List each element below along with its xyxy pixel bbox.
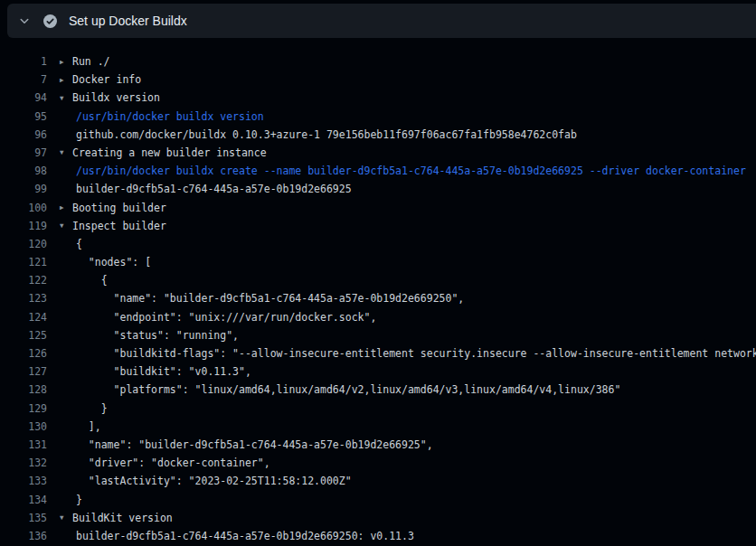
group-expand-icon[interactable]: ▶ (60, 199, 72, 217)
line-number[interactable]: 99 (0, 180, 47, 198)
log-output-text: "lastActivity": "2023-02-25T11:58:12.000… (76, 472, 352, 490)
group-collapse-icon[interactable]: ▼ (60, 89, 72, 108)
log-line: 123 "name": "builder-d9cfb5a1-c764-445a-… (0, 289, 756, 307)
log-line: 122 { (0, 271, 756, 289)
log-output-text: "name": "builder-d9cfb5a1-c764-445a-a57e… (76, 436, 433, 454)
log-output-text: "status": "running", (76, 326, 239, 344)
line-number[interactable]: 124 (0, 308, 47, 326)
check-circle-icon (43, 14, 57, 28)
log-line: 98/usr/bin/docker buildx create --name b… (0, 162, 756, 180)
group-title: BuildKit version (72, 512, 173, 524)
log-line: 132 "driver": "docker-container", (0, 454, 756, 472)
line-number[interactable]: 128 (0, 381, 47, 399)
log-line: 94▼Buildx version (0, 89, 756, 107)
log-line: 119▼Inspect builder (0, 217, 756, 235)
line-number[interactable]: 100 (0, 199, 47, 217)
line-number[interactable]: 1 (0, 52, 47, 71)
group-header[interactable]: ▶Docker info (60, 71, 141, 89)
line-number[interactable]: 134 (0, 491, 47, 509)
line-number[interactable]: 131 (0, 436, 47, 454)
line-number[interactable]: 94 (0, 89, 47, 107)
log-line: 7▶Docker info (0, 71, 756, 89)
log-output-text: "platforms": "linux/amd64,linux/amd64/v2… (76, 381, 620, 399)
group-expand-icon[interactable]: ▶ (60, 53, 72, 71)
line-number[interactable]: 123 (0, 289, 47, 307)
group-header[interactable]: ▼Buildx version (60, 89, 160, 107)
line-number[interactable]: 135 (0, 509, 47, 527)
step-title: Set up Docker Buildx (69, 14, 187, 28)
log-line: 135▼BuildKit version (0, 509, 756, 527)
line-number[interactable]: 132 (0, 454, 47, 472)
log-line: 131 "name": "builder-d9cfb5a1-c764-445a-… (0, 436, 756, 454)
group-expand-icon[interactable]: ▶ (60, 71, 72, 89)
log-output-text: { (76, 271, 108, 289)
log-line: 128 "platforms": "linux/amd64,linux/amd6… (0, 381, 756, 399)
line-number[interactable]: 136 (0, 527, 47, 545)
group-title: Inspect builder (72, 220, 166, 232)
line-number[interactable]: 7 (0, 71, 47, 89)
log-line: 129 } (0, 400, 756, 418)
group-header[interactable]: ▶Run ./ (60, 52, 110, 71)
line-number[interactable]: 98 (0, 162, 47, 180)
group-title: Docker info (72, 73, 141, 86)
log-line: 136builder-d9cfb5a1-c764-445a-a57e-0b19d… (0, 527, 756, 545)
line-number[interactable]: 127 (0, 362, 47, 381)
line-number[interactable]: 119 (0, 217, 47, 235)
log-output-text: "name": "builder-d9cfb5a1-c764-445a-a57e… (76, 289, 464, 307)
group-header[interactable]: ▶Booting builder (60, 199, 166, 217)
log-line: 95/usr/bin/docker buildx version (0, 108, 756, 126)
line-number[interactable]: 122 (0, 271, 47, 289)
log-output-text: "endpoint": "unix:///var/run/docker.sock… (76, 308, 376, 326)
group-title: Buildx version (72, 91, 160, 104)
line-number[interactable]: 133 (0, 472, 47, 490)
line-number[interactable]: 125 (0, 326, 47, 344)
log-output-text: "buildkitd-flags": "--allow-insecure-ent… (76, 344, 756, 362)
log-command-text: /usr/bin/docker buildx version (76, 108, 264, 126)
log-output-text: builder-d9cfb5a1-c764-445a-a57e-0b19d2e6… (76, 527, 414, 545)
line-number[interactable]: 121 (0, 253, 47, 271)
log-line: 130 ], (0, 418, 756, 436)
line-number[interactable]: 96 (0, 126, 47, 144)
log-output-text: github.com/docker/buildx 0.10.3+azure-1 … (76, 126, 577, 144)
group-title: Creating a new builder instance (72, 146, 267, 159)
group-header[interactable]: ▼Creating a new builder instance (60, 144, 267, 162)
log-line: 120{ (0, 235, 756, 253)
group-title: Run ./ (72, 55, 110, 68)
group-collapse-icon[interactable]: ▼ (60, 217, 72, 235)
log-output-text: { (76, 235, 82, 253)
log-line: 125 "status": "running", (0, 326, 756, 344)
log-output-text: } (76, 400, 108, 418)
log-output-text: "nodes": [ (76, 253, 151, 271)
log-line: 121 "nodes": [ (0, 253, 756, 271)
log-lines: 1▶Run ./7▶Docker info94▼Buildx version95… (0, 38, 756, 546)
line-number[interactable]: 95 (0, 108, 47, 126)
line-number[interactable]: 120 (0, 235, 47, 253)
log-command-text: /usr/bin/docker buildx create --name bui… (76, 162, 746, 180)
log-line: 133 "lastActivity": "2023-02-25T11:58:12… (0, 472, 756, 490)
group-collapse-icon[interactable]: ▼ (60, 144, 72, 162)
log-line: 100▶Booting builder (0, 199, 756, 217)
line-number[interactable]: 126 (0, 344, 47, 362)
log-output-text: ], (76, 418, 101, 436)
log-output-text: "driver": "docker-container", (76, 454, 270, 472)
group-collapse-icon[interactable]: ▼ (60, 509, 72, 527)
log-output-text: "buildkit": "v0.11.3", (76, 362, 251, 381)
chevron-down-icon[interactable] (18, 14, 31, 27)
line-number[interactable]: 97 (0, 144, 47, 162)
log-output-text: builder-d9cfb5a1-c764-445a-a57e-0b19d2e6… (76, 180, 352, 198)
log-line: 127 "buildkit": "v0.11.3", (0, 362, 756, 381)
log-line: 1▶Run ./ (0, 52, 756, 71)
group-header[interactable]: ▼BuildKit version (60, 509, 173, 527)
log-line: 134} (0, 491, 756, 509)
step-header[interactable]: Set up Docker Buildx (7, 4, 756, 38)
log-line: 126 "buildkitd-flags": "--allow-insecure… (0, 344, 756, 362)
group-header[interactable]: ▼Inspect builder (60, 217, 166, 235)
line-number[interactable]: 129 (0, 400, 47, 418)
log-line: 96github.com/docker/buildx 0.10.3+azure-… (0, 126, 756, 144)
line-number[interactable]: 130 (0, 418, 47, 436)
log-line: 97▼Creating a new builder instance (0, 144, 756, 162)
group-title: Booting builder (72, 202, 166, 214)
log-line: 124 "endpoint": "unix:///var/run/docker.… (0, 308, 756, 326)
log-line: 99builder-d9cfb5a1-c764-445a-a57e-0b19d2… (0, 180, 756, 198)
log-output-text: } (76, 491, 82, 509)
